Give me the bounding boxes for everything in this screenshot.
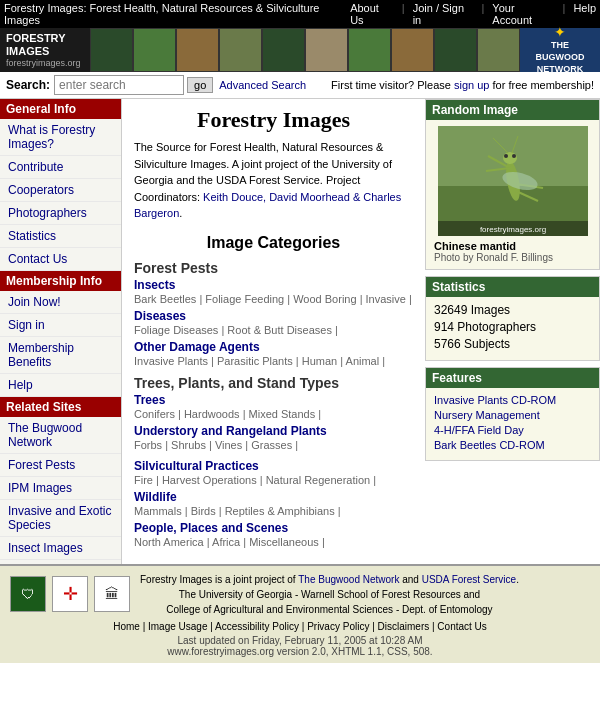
silvicultural-section: Silvicultural Practices Fire | Harvest O… — [134, 459, 413, 548]
header-img-4 — [220, 29, 261, 71]
feature-2: 4-H/FFA Field Day — [434, 424, 591, 436]
advanced-search-link[interactable]: Advanced Search — [219, 79, 306, 91]
feature-link-3[interactable]: Bark Beetles CD-ROM — [434, 439, 545, 451]
stats-title: Statistics — [426, 277, 599, 297]
svg-point-3 — [503, 152, 517, 164]
insects-link[interactable]: Insects — [134, 278, 175, 292]
logo[interactable]: FORESTRY IMAGES forestryimages.org — [6, 32, 81, 68]
features-title: Features — [426, 368, 599, 388]
trees-sublinks: Conifers | Hardwoods | Mixed Stands | — [134, 408, 413, 420]
top-bar: Forestry Images: Forest Health, Natural … — [0, 0, 600, 28]
main-layout: General Info What is Forestry Images? Co… — [0, 99, 600, 564]
trees-link[interactable]: Trees — [134, 393, 165, 407]
logo-area: FORESTRY IMAGES forestryimages.org — [0, 28, 90, 72]
silvicultural-item: Silvicultural Practices Fire | Harvest O… — [134, 459, 413, 486]
sidebar-item-cooperators[interactable]: Cooperators — [0, 179, 121, 202]
diseases-link[interactable]: Diseases — [134, 309, 186, 323]
sidebar-item-bugwood[interactable]: The Bugwood Network — [0, 417, 121, 454]
people-sublinks: North America | Africa | Miscellaneous | — [134, 536, 413, 548]
feature-3: Bark Beetles CD-ROM — [434, 439, 591, 451]
people-link[interactable]: People, Places and Scenes — [134, 521, 288, 535]
random-image-section: Random Image — [425, 99, 600, 270]
sidebar-item-help[interactable]: Help — [0, 374, 121, 397]
diseases-item: Diseases Foliage Diseases | Root & Butt … — [134, 309, 413, 336]
sidebar-item-sign-in[interactable]: Sign in — [0, 314, 121, 337]
header-img-6 — [306, 29, 347, 71]
help-link[interactable]: Help — [573, 2, 596, 26]
sidebar-item-membership-benefits[interactable]: Membership Benefits — [0, 337, 121, 374]
search-label: Search: — [6, 78, 50, 92]
features-body: Invasive Plants CD-ROM Nursery Managemen… — [426, 388, 599, 460]
general-info-title: General Info — [0, 99, 121, 119]
diseases-sublinks: Foliage Diseases | Root & Butt Diseases … — [134, 324, 413, 336]
usda-logo: 🛡 — [10, 576, 46, 612]
sidebar-item-join[interactable]: Join Now! — [0, 291, 121, 314]
svg-point-4 — [504, 154, 508, 158]
understory-link[interactable]: Understory and Rangeland Plants — [134, 424, 327, 438]
uga-logo: 🏛 — [94, 576, 130, 612]
sidebar-item-contact[interactable]: Contact Us — [0, 248, 121, 271]
sidebar-item-photographers[interactable]: Photographers — [0, 202, 121, 225]
main-content: Forestry Images The Source for Forest He… — [122, 99, 425, 564]
insects-sublinks: Bark Beetles | Foliage Feeding | Wood Bo… — [134, 293, 413, 305]
trees-item: Trees Conifers | Hardwoods | Mixed Stand… — [134, 393, 413, 420]
insects-item: Insects Bark Beetles | Foliage Feeding |… — [134, 278, 413, 305]
sidebar-item-invasive[interactable]: Invasive and Exotic Species — [0, 500, 121, 537]
header-img-1 — [91, 29, 132, 71]
header-images — [90, 28, 520, 72]
sidebar-item-ipm[interactable]: IPM Images — [0, 477, 121, 500]
first-time-text: First time visitor? Please sign up for f… — [331, 79, 594, 91]
random-image-body: forestryimages.org Chinese mantid Photo … — [426, 120, 599, 269]
footer-last-updated: Last updated on Friday, February 11, 200… — [10, 635, 590, 657]
stats-body: 32649 Images 914 Photographers 5766 Subj… — [426, 297, 599, 360]
silvicultural-sublinks: Fire | Harvest Operations | Natural Rege… — [134, 474, 413, 486]
sidebar-item-insect-images[interactable]: Insect Images — [0, 537, 121, 560]
search-go-button[interactable]: go — [187, 77, 213, 93]
statistics-section: Statistics 32649 Images 914 Photographer… — [425, 276, 600, 361]
sidebar-item-what-is[interactable]: What is Forestry Images? — [0, 119, 121, 156]
image-categories-title: Image Categories — [134, 234, 413, 252]
svg-point-5 — [512, 154, 516, 158]
bugwood-star-icon: ✦ — [554, 24, 566, 40]
bugwood-link[interactable]: The Bugwood Network — [298, 574, 399, 585]
footer: 🛡 ✛ 🏛 Forestry Images is a joint project… — [0, 564, 600, 663]
header-img-3 — [177, 29, 218, 71]
feature-link-2[interactable]: 4-H/FFA Field Day — [434, 424, 524, 436]
random-image: forestryimages.org — [438, 126, 588, 236]
related-sites-title: Related Sites — [0, 397, 121, 417]
feature-link-0[interactable]: Invasive Plants CD-ROM — [434, 394, 556, 406]
sidebar: General Info What is Forestry Images? Co… — [0, 99, 122, 564]
sidebar-item-statistics[interactable]: Statistics — [0, 225, 121, 248]
header-img-2 — [134, 29, 175, 71]
other-damage-link[interactable]: Other Damage Agents — [134, 340, 260, 354]
trees-plants-section: Trees, Plants, and Stand Types Trees Con… — [134, 375, 413, 451]
usda-link[interactable]: USDA Forest Service — [422, 574, 516, 585]
about-link[interactable]: About Us — [350, 2, 394, 26]
bugwood-logo[interactable]: ✦ THE BUGWOOD NETWORK — [520, 28, 600, 72]
top-bar-nav: About Us | Join / Sign in | Your Account… — [350, 2, 596, 26]
extension-logo: ✛ — [52, 576, 88, 612]
account-link[interactable]: Your Account — [492, 2, 554, 26]
stat-subjects: 5766 Subjects — [434, 337, 591, 351]
stat-photographers: 914 Photographers — [434, 320, 591, 334]
feature-link-1[interactable]: Nursery Management — [434, 409, 540, 421]
search-input[interactable] — [54, 75, 184, 95]
intro-text: The Source for Forest Health, Natural Re… — [134, 139, 413, 222]
other-damage-item: Other Damage Agents Invasive Plants | Pa… — [134, 340, 413, 367]
wildlife-item: Wildlife Mammals | Birds | Reptiles & Am… — [134, 490, 413, 517]
footer-logos: 🛡 ✛ 🏛 — [10, 576, 130, 612]
signup-link[interactable]: sign up — [454, 79, 489, 91]
sidebar-item-forest-pests[interactable]: Forest Pests — [0, 454, 121, 477]
header: FORESTRY IMAGES forestryimages.org ✦ THE… — [0, 28, 600, 72]
random-image-credit: Photo by Ronald F. Billings — [434, 252, 591, 263]
wildlife-link[interactable]: Wildlife — [134, 490, 177, 504]
forest-pests-section: Forest Pests Insects Bark Beetles | Foli… — [134, 260, 413, 367]
footer-nav: Home | Image Usage | Accessibility Polic… — [10, 621, 590, 632]
page-title: Forestry Images — [134, 107, 413, 133]
sidebar-item-contribute[interactable]: Contribute — [0, 156, 121, 179]
svg-text:forestryimages.org: forestryimages.org — [479, 225, 545, 234]
stat-images: 32649 Images — [434, 303, 591, 317]
understory-sublinks: Forbs | Shrubs | Vines | Grasses | — [134, 439, 413, 451]
silvicultural-link[interactable]: Silvicultural Practices — [134, 459, 259, 473]
join-link[interactable]: Join / Sign in — [413, 2, 474, 26]
